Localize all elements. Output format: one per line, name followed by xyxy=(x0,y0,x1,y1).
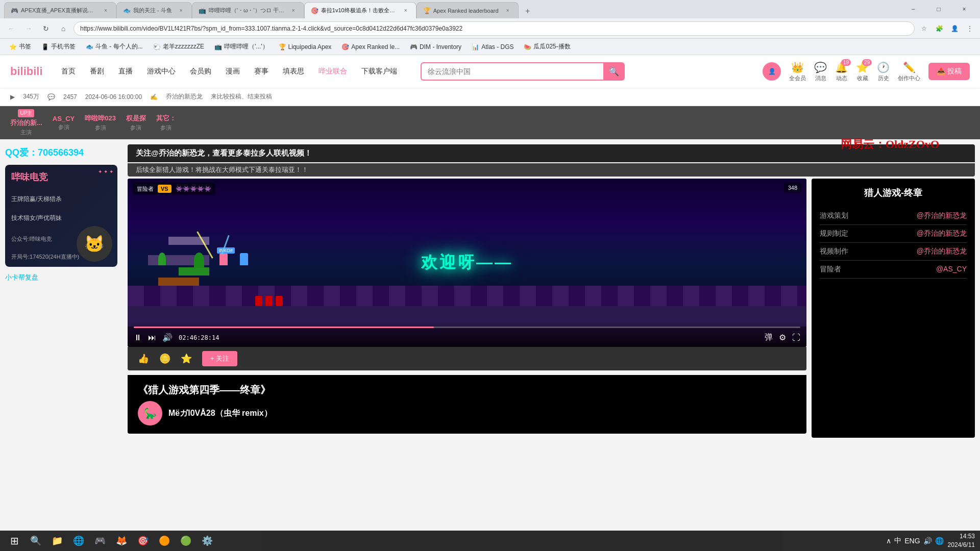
bookmark-3[interactable]: 🐑 老羊zzzzzzzZE xyxy=(149,41,208,53)
bookmark-2[interactable]: 🐟 斗鱼 - 每个人的... xyxy=(82,41,147,53)
next-button[interactable]: ⏭ xyxy=(148,333,156,342)
bookmark-0[interactable]: ⭐ 书签 xyxy=(5,41,35,53)
taskbar-icon-1[interactable]: 🎮 xyxy=(91,532,109,550)
network-icon[interactable]: 🌐 xyxy=(935,537,944,545)
nav-survey[interactable]: 填表思 xyxy=(280,65,307,78)
game-screenshot: INKO# 欢迎呀—— 冒险者 VS 👾👾👾👾👾 xyxy=(128,179,806,347)
start-button[interactable]: ⊞ xyxy=(5,532,23,550)
minimize-button[interactable]: − xyxy=(901,1,925,17)
fullscreen-button[interactable]: ⛶ xyxy=(792,333,800,342)
search-input[interactable] xyxy=(421,62,603,81)
settings-video[interactable]: ⚙ xyxy=(779,333,786,342)
forward-button[interactable]: → xyxy=(21,21,36,36)
credit-row-3: 冒险者 @AS_CY xyxy=(820,261,967,279)
address-input[interactable]: https://www.bilibili.com/video/BV1Lf421R… xyxy=(74,21,915,36)
nav-bangumi[interactable]: 番剧 xyxy=(87,65,107,78)
header-icon-member[interactable]: 👑 全会员 xyxy=(789,61,806,82)
progress-bar[interactable] xyxy=(134,327,800,328)
tab-1[interactable]: 🐟 我的关注 - 斗鱼 × xyxy=(116,2,192,18)
bookmark-9[interactable]: 🍉 瓜瓜025-播数 xyxy=(520,41,574,53)
close-button[interactable]: × xyxy=(952,1,976,17)
side-link-kafu[interactable]: 小卡帮复盘 xyxy=(5,271,117,284)
bookmark-8[interactable]: 📊 Atlas - DGS xyxy=(468,41,518,53)
tab-2[interactable]: 📺 哔哩哔哩（'・ω・'）つロ 干杯--bilibili × xyxy=(192,2,304,18)
bookmark-1[interactable]: 📱 手机书签 xyxy=(37,41,80,53)
bookmark-icon-3: 🐑 xyxy=(153,43,161,51)
bookmark-7[interactable]: 🎮 DIM - Inventory xyxy=(406,41,465,53)
tab-4[interactable]: 🏆 Apex Ranked leaderboard × xyxy=(416,2,519,18)
volume-button[interactable]: 🔊 xyxy=(162,333,173,342)
extensions-icon[interactable]: 🧩 xyxy=(933,22,945,35)
settings-icon[interactable]: ⋮ xyxy=(964,22,976,35)
header-icon-dynamic[interactable]: 🔔 19 动态 xyxy=(835,61,848,82)
back-button[interactable]: ← xyxy=(4,21,18,36)
creator-tag-0[interactable]: UP主 乔治的新... 主演 xyxy=(10,109,42,136)
taskbar-clock[interactable]: 14:53 2024/6/11 xyxy=(948,532,975,549)
header-icon-favorite[interactable]: ⭐ 29 收藏 xyxy=(856,61,869,82)
tab-close-1[interactable]: × xyxy=(177,7,185,15)
taskbar-search[interactable]: 🔍 xyxy=(27,532,45,550)
nav-mall[interactable]: 会员购 xyxy=(187,65,214,78)
credit-value-0[interactable]: @乔治的新恐龙 xyxy=(917,211,967,220)
lang-eng[interactable]: ENG xyxy=(904,537,920,545)
taskbar-file-explorer[interactable]: 📁 xyxy=(48,532,66,550)
creator-tag-2[interactable]: 哗啦哗023 参演 xyxy=(85,114,116,132)
header-icon-history[interactable]: 🕐 历史 xyxy=(877,61,890,82)
profile-icon[interactable]: 👤 xyxy=(948,22,961,35)
credit-label-1: 规则制定 xyxy=(820,229,848,238)
avatar[interactable]: 👤 xyxy=(763,62,781,81)
creator-avatar[interactable]: 🦕 xyxy=(138,401,162,425)
like-button[interactable]: 👍 xyxy=(138,353,149,364)
header-icon-create[interactable]: ✏️ 创作中心 xyxy=(898,61,920,82)
tab-close-2[interactable]: × xyxy=(289,7,298,15)
credit-value-1[interactable]: @乔治的新恐龙 xyxy=(917,229,967,238)
maximize-button[interactable]: □ xyxy=(927,1,950,17)
nav-bilye[interactable]: 哔业联合 xyxy=(315,65,350,78)
nav-home[interactable]: 首页 xyxy=(58,65,79,78)
tab-close-4[interactable]: × xyxy=(504,7,512,15)
taskbar-icon-3[interactable]: 🎯 xyxy=(134,532,152,550)
reload-button[interactable]: ↻ xyxy=(39,21,53,36)
search-button[interactable]: 🔍 xyxy=(603,62,625,81)
comments-icon: 💬 xyxy=(47,93,55,101)
creator-tag-3[interactable]: 权是探 参演 xyxy=(126,114,146,132)
upload-button[interactable]: 📤 投稿 xyxy=(928,63,970,80)
header-icon-message[interactable]: 💬 消息 xyxy=(814,61,827,82)
nav-download[interactable]: 下载客户端 xyxy=(358,65,400,78)
home-button[interactable]: ⌂ xyxy=(56,21,70,36)
lang-icon[interactable]: 中 xyxy=(894,536,901,545)
taskbar-icon-4[interactable]: 🟠 xyxy=(155,532,174,550)
star-button[interactable]: ⭐ xyxy=(181,353,192,364)
taskbar-edge[interactable]: 🌐 xyxy=(69,532,88,550)
bookmark-5[interactable]: 🏆 Liquipedia Apex xyxy=(275,41,336,53)
creator-name-main[interactable]: Mëガl0VÅ28（虫华 remix） xyxy=(168,408,272,419)
coin-button[interactable]: 🪙 xyxy=(159,353,170,364)
nav-tournament[interactable]: 赛事 xyxy=(251,65,272,78)
tab-close-0[interactable]: × xyxy=(102,7,110,15)
taskbar-icon-5[interactable]: 🟢 xyxy=(177,532,195,550)
tab-close-3[interactable]: × xyxy=(402,7,410,15)
follow-button[interactable]: + 关注 xyxy=(202,351,237,366)
play-button[interactable]: ⏸ xyxy=(134,333,142,342)
tab-0[interactable]: 🎮 APEX直播_APEX直播解说视频_斗鱼 × xyxy=(4,2,116,18)
tab-3[interactable]: 🎯 泰拉1v10终极追杀！击败全部8：4 × xyxy=(304,2,416,18)
video-player[interactable]: 牛壁 牛逼 断片！！！ 牛逼 这边是先击杀了月总 牛 ！！！ 真正的勇士从不止步… xyxy=(128,179,806,347)
chevron-icon[interactable]: ∧ xyxy=(886,537,891,545)
creator-tag-1[interactable]: AS_CY 参演 xyxy=(53,115,75,131)
bookmark-4[interactable]: 📺 哔哩哔哩（'...'） xyxy=(210,41,273,53)
danmaku-toggle[interactable]: 弹 xyxy=(765,332,773,343)
nav-manga[interactable]: 漫画 xyxy=(223,65,243,78)
bili-logo[interactable]: bilibili xyxy=(10,65,43,78)
bookmark-6[interactable]: 🎯 Apex Ranked le... xyxy=(337,41,404,53)
taskbar-icon-2[interactable]: 🦊 xyxy=(112,532,131,550)
taskbar-icon-6[interactable]: ⚙️ xyxy=(198,532,216,550)
credit-value-3[interactable]: @AS_CY xyxy=(936,265,967,274)
tree-2 xyxy=(158,253,166,265)
nav-live[interactable]: 直播 xyxy=(115,65,136,78)
nav-game-center[interactable]: 游戏中心 xyxy=(144,65,179,78)
credit-value-2[interactable]: @乔治的新恐龙 xyxy=(917,247,967,256)
volume-icon[interactable]: 🔊 xyxy=(923,537,932,545)
bookmark-star[interactable]: ☆ xyxy=(918,22,930,35)
new-tab-button[interactable]: + xyxy=(521,4,535,18)
creator-tag-4[interactable]: 其它： 参演 xyxy=(156,114,176,132)
